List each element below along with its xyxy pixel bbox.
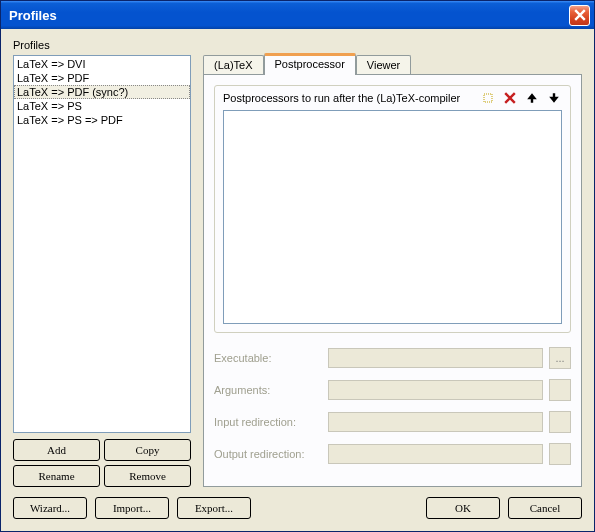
new-item-button[interactable] [480, 90, 496, 106]
titlebar[interactable]: Profiles [1, 1, 594, 29]
add-button[interactable]: Add [13, 439, 100, 461]
copy-button[interactable]: Copy [104, 439, 191, 461]
input-redir-input[interactable] [328, 412, 543, 432]
delete-icon [504, 92, 516, 104]
move-up-button[interactable] [524, 90, 540, 106]
profile-buttons: Add Copy Rename Remove [13, 439, 191, 487]
export-button[interactable]: Export... [177, 497, 251, 519]
new-icon [481, 91, 495, 105]
rename-button[interactable]: Rename [13, 465, 100, 487]
arrow-up-icon [526, 92, 538, 104]
list-item[interactable]: LaTeX => PS [14, 99, 190, 113]
close-button[interactable] [569, 5, 590, 26]
list-item[interactable]: LaTeX => PDF (sync?) [14, 85, 190, 99]
profiles-dialog: Profiles Profiles LaTeX => DVILaTeX => P… [0, 0, 595, 532]
main-area: Profiles LaTeX => DVILaTeX => PDFLaTeX =… [13, 39, 582, 487]
remove-button[interactable]: Remove [104, 465, 191, 487]
executable-browse-button[interactable]: ... [549, 347, 571, 369]
tab-viewer[interactable]: Viewer [356, 55, 411, 74]
output-redir-aux-button[interactable] [549, 443, 571, 465]
wizard-button[interactable]: Wizard... [13, 497, 87, 519]
left-panel: Profiles LaTeX => DVILaTeX => PDFLaTeX =… [13, 39, 191, 487]
executable-label: Executable: [214, 352, 322, 364]
move-down-button[interactable] [546, 90, 562, 106]
output-redir-row: Output redirection: [214, 443, 571, 465]
input-redir-row: Input redirection: [214, 411, 571, 433]
postprocessors-list[interactable] [223, 110, 562, 324]
output-redir-input[interactable] [328, 444, 543, 464]
executable-input[interactable] [328, 348, 543, 368]
tab-content-postprocessor: Postprocessors to run after the (La)TeX-… [203, 74, 582, 487]
profiles-listbox[interactable]: LaTeX => DVILaTeX => PDFLaTeX => PDF (sy… [13, 55, 191, 433]
arguments-input[interactable] [328, 380, 543, 400]
output-redir-label: Output redirection: [214, 448, 322, 460]
cancel-button[interactable]: Cancel [508, 497, 582, 519]
arguments-aux-button[interactable] [549, 379, 571, 401]
tab-postprocessor[interactable]: Postprocessor [264, 53, 356, 75]
list-item[interactable]: LaTeX => PS => PDF [14, 113, 190, 127]
arguments-row: Arguments: [214, 379, 571, 401]
import-button[interactable]: Import... [95, 497, 169, 519]
delete-item-button[interactable] [502, 90, 518, 106]
groupbox-label: Postprocessors to run after the (La)TeX-… [223, 92, 474, 104]
arguments-label: Arguments: [214, 384, 322, 396]
ok-button[interactable]: OK [426, 497, 500, 519]
input-redir-label: Input redirection: [214, 416, 322, 428]
executable-row: Executable: ... [214, 347, 571, 369]
arrow-down-icon [548, 92, 560, 104]
profiles-label: Profiles [13, 39, 191, 51]
right-panel: (La)TeXPostprocessorViewer Postprocessor… [203, 39, 582, 487]
tab-strip: (La)TeXPostprocessorViewer [203, 53, 582, 74]
window-title: Profiles [5, 8, 569, 23]
form-rows: Executable: ... Arguments: Input redirec… [214, 347, 571, 465]
input-redir-aux-button[interactable] [549, 411, 571, 433]
close-icon [574, 9, 586, 21]
svg-rect-0 [484, 94, 492, 102]
bottom-bar: Wizard... Import... Export... OK Cancel [1, 487, 594, 531]
list-item[interactable]: LaTeX => PDF [14, 71, 190, 85]
postprocessors-groupbox: Postprocessors to run after the (La)TeX-… [214, 85, 571, 333]
list-item[interactable]: LaTeX => DVI [14, 57, 190, 71]
dialog-content: Profiles LaTeX => DVILaTeX => PDFLaTeX =… [1, 29, 594, 487]
tab-latex[interactable]: (La)TeX [203, 55, 264, 74]
